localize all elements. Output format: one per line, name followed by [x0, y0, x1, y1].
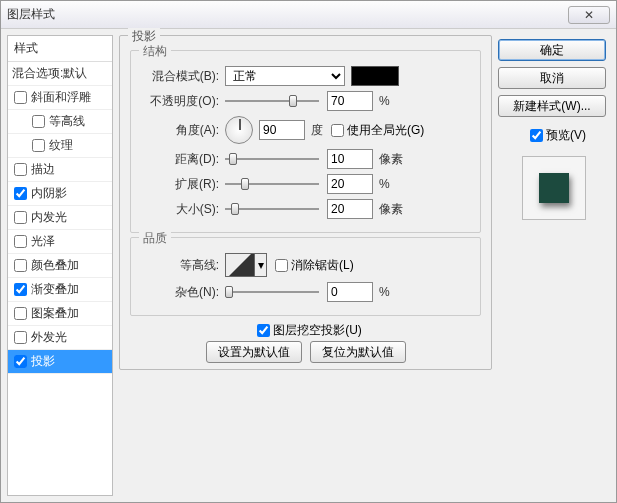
effect-panel: 投影 结构 混合模式(B): 正常 不透明度(O): % [119, 35, 498, 496]
sidebar-item-label: 光泽 [31, 233, 55, 250]
angle-dial[interactable] [225, 116, 253, 144]
drop-shadow-group: 投影 结构 混合模式(B): 正常 不透明度(O): % [119, 35, 492, 370]
close-icon: ✕ [584, 8, 594, 22]
sidebar-item-check-11[interactable] [14, 355, 27, 368]
shadow-color-swatch[interactable] [351, 66, 399, 86]
sidebar-item-check-10[interactable] [14, 331, 27, 344]
sidebar-item-label: 外发光 [31, 329, 67, 346]
sidebar-item-11[interactable]: 投影 [8, 350, 112, 374]
reset-default-button[interactable]: 复位为默认值 [310, 341, 406, 363]
cancel-button[interactable]: 取消 [498, 67, 606, 89]
opacity-input[interactable] [327, 91, 373, 111]
structure-title: 结构 [139, 43, 171, 60]
ok-button[interactable]: 确定 [498, 39, 606, 61]
sidebar-item-label: 斜面和浮雕 [31, 89, 91, 106]
close-button[interactable]: ✕ [568, 6, 610, 24]
sidebar-item-label: 描边 [31, 161, 55, 178]
sidebar-item-check-1[interactable] [32, 115, 45, 128]
contour-label: 等高线: [141, 257, 219, 274]
angle-label: 角度(A): [141, 122, 219, 139]
sidebar-item-check-8[interactable] [14, 283, 27, 296]
spread-slider[interactable] [225, 175, 319, 193]
sidebar-item-label: 图案叠加 [31, 305, 79, 322]
angle-input[interactable] [259, 120, 305, 140]
size-label: 大小(S): [141, 201, 219, 218]
sidebar-item-4[interactable]: 内阴影 [8, 182, 112, 206]
sidebar-item-check-4[interactable] [14, 187, 27, 200]
distance-label: 距离(D): [141, 151, 219, 168]
contour-dropdown[interactable]: ▾ [255, 253, 267, 277]
angle-unit: 度 [311, 122, 323, 139]
sidebar-item-label: 内阴影 [31, 185, 67, 202]
quality-title: 品质 [139, 230, 171, 247]
opacity-unit: % [379, 94, 390, 108]
sidebar-item-1[interactable]: 等高线 [8, 110, 112, 134]
sidebar-item-10[interactable]: 外发光 [8, 326, 112, 350]
window-title: 图层样式 [7, 6, 568, 23]
opacity-label: 不透明度(O): [141, 93, 219, 110]
sidebar-item-check-7[interactable] [14, 259, 27, 272]
sidebar-item-8[interactable]: 渐变叠加 [8, 278, 112, 302]
sidebar-item-label: 渐变叠加 [31, 281, 79, 298]
size-slider[interactable] [225, 200, 319, 218]
distance-unit: 像素 [379, 151, 403, 168]
distance-slider[interactable] [225, 150, 319, 168]
antialias-checkbox[interactable]: 消除锯齿(L) [275, 257, 354, 274]
sidebar-item-label: 内发光 [31, 209, 67, 226]
sidebar-blend-default[interactable]: 混合选项:默认 [8, 62, 112, 86]
noise-unit: % [379, 285, 390, 299]
sidebar-item-6[interactable]: 光泽 [8, 230, 112, 254]
opacity-slider[interactable] [225, 92, 319, 110]
style-sidebar: 样式 混合选项:默认 斜面和浮雕等高线纹理描边内阴影内发光光泽颜色叠加渐变叠加图… [7, 35, 113, 496]
spread-input[interactable] [327, 174, 373, 194]
preview-checkbox[interactable]: 预览(V) [530, 127, 586, 144]
sidebar-item-check-5[interactable] [14, 211, 27, 224]
set-default-button[interactable]: 设置为默认值 [206, 341, 302, 363]
noise-slider[interactable] [225, 283, 319, 301]
sidebar-item-label: 投影 [31, 353, 55, 370]
distance-input[interactable] [327, 149, 373, 169]
contour-picker[interactable] [225, 253, 255, 277]
sidebar-item-label: 颜色叠加 [31, 257, 79, 274]
dialog-actions: 确定 取消 新建样式(W)... 预览(V) [498, 35, 610, 496]
sidebar-item-check-6[interactable] [14, 235, 27, 248]
spread-label: 扩展(R): [141, 176, 219, 193]
sidebar-item-check-9[interactable] [14, 307, 27, 320]
sidebar-item-9[interactable]: 图案叠加 [8, 302, 112, 326]
sidebar-item-0[interactable]: 斜面和浮雕 [8, 86, 112, 110]
sidebar-item-label: 等高线 [49, 113, 85, 130]
sidebar-item-check-0[interactable] [14, 91, 27, 104]
sidebar-item-2[interactable]: 纹理 [8, 134, 112, 158]
sidebar-item-label: 纹理 [49, 137, 73, 154]
sidebar-header: 样式 [8, 36, 112, 62]
titlebar: 图层样式 ✕ [1, 1, 616, 29]
noise-input[interactable] [327, 282, 373, 302]
size-unit: 像素 [379, 201, 403, 218]
preview-thumbnail [522, 156, 586, 220]
structure-group: 结构 混合模式(B): 正常 不透明度(O): % 角度(A): [130, 50, 481, 233]
blend-mode-select[interactable]: 正常 [225, 66, 345, 86]
sidebar-item-check-3[interactable] [14, 163, 27, 176]
knockout-checkbox[interactable]: 图层挖空投影(U) [257, 322, 362, 339]
preview-swatch [539, 173, 569, 203]
size-input[interactable] [327, 199, 373, 219]
new-style-button[interactable]: 新建样式(W)... [498, 95, 606, 117]
layer-style-dialog: 图层样式 ✕ 样式 混合选项:默认 斜面和浮雕等高线纹理描边内阴影内发光光泽颜色… [0, 0, 617, 503]
noise-label: 杂色(N): [141, 284, 219, 301]
spread-unit: % [379, 177, 390, 191]
blend-mode-label: 混合模式(B): [141, 68, 219, 85]
sidebar-item-3[interactable]: 描边 [8, 158, 112, 182]
sidebar-item-7[interactable]: 颜色叠加 [8, 254, 112, 278]
sidebar-item-5[interactable]: 内发光 [8, 206, 112, 230]
sidebar-item-check-2[interactable] [32, 139, 45, 152]
quality-group: 品质 等高线: ▾ 消除锯齿(L) 杂色(N): % [130, 237, 481, 316]
global-light-checkbox[interactable]: 使用全局光(G) [331, 122, 424, 139]
